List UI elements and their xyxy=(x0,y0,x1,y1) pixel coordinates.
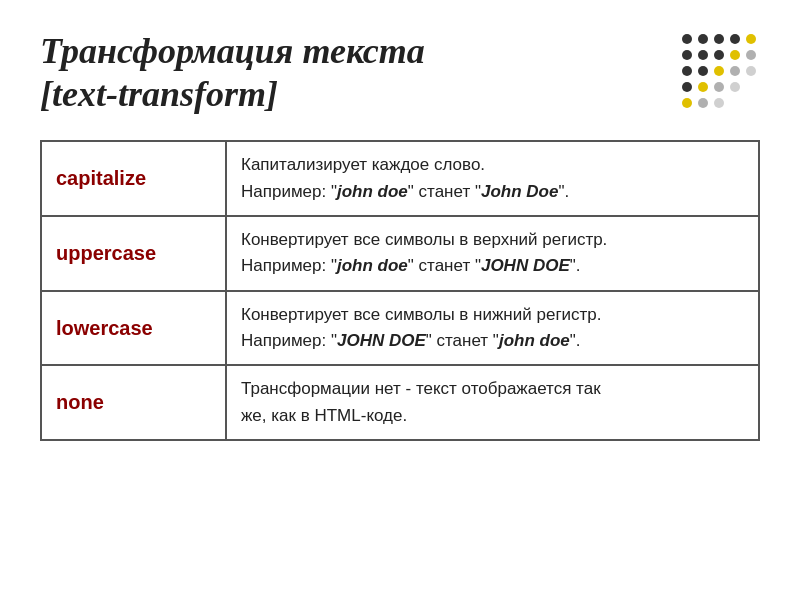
decorative-dot xyxy=(698,66,708,76)
desc-lowercase: Конвертирует все символы в нижний регист… xyxy=(226,291,759,366)
decorative-dot xyxy=(746,82,756,92)
decorative-dot xyxy=(682,98,692,108)
decorative-dot xyxy=(682,82,692,92)
desc-capitalize: Капитализирует каждое слово. Например: "… xyxy=(226,141,759,216)
decorative-dot xyxy=(714,82,724,92)
table-row: capitalize Капитализирует каждое слово. … xyxy=(41,141,759,216)
text-transform-table: capitalize Капитализирует каждое слово. … xyxy=(40,140,760,441)
decorative-dot xyxy=(698,50,708,60)
decorative-dot xyxy=(746,34,756,44)
decorative-dot xyxy=(746,50,756,60)
page-title: Трансформация текста [text-transform] xyxy=(40,30,425,116)
decorative-dot xyxy=(714,34,724,44)
keyword-uppercase: uppercase xyxy=(41,216,226,291)
decorative-dot xyxy=(730,50,740,60)
desc-uppercase: Конвертирует все символы в верхний регис… xyxy=(226,216,759,291)
page-header: Трансформация текста [text-transform] xyxy=(40,30,760,116)
keyword-lowercase: lowercase xyxy=(41,291,226,366)
decorative-dot xyxy=(714,98,724,108)
decorative-dot xyxy=(730,98,740,108)
decorative-dot xyxy=(746,66,756,76)
table-row: lowercase Конвертирует все символы в ниж… xyxy=(41,291,759,366)
keyword-capitalize: capitalize xyxy=(41,141,226,216)
decorative-dot xyxy=(714,50,724,60)
table-row: uppercase Конвертирует все символы в вер… xyxy=(41,216,759,291)
decorative-dot xyxy=(682,66,692,76)
decorative-dot xyxy=(682,50,692,60)
desc-none: Трансформации нет - текст отображается т… xyxy=(226,365,759,440)
decorative-dot xyxy=(698,82,708,92)
decorative-dot xyxy=(682,34,692,44)
table-row: none Трансформации нет - текст отображае… xyxy=(41,365,759,440)
decorative-dot xyxy=(714,66,724,76)
decorative-dot xyxy=(698,34,708,44)
keyword-none: none xyxy=(41,365,226,440)
decorative-dot xyxy=(698,98,708,108)
decorative-dot xyxy=(730,66,740,76)
decorative-dot xyxy=(730,82,740,92)
decorative-dot xyxy=(730,34,740,44)
decorative-dot xyxy=(746,98,756,108)
decorative-dot-grid xyxy=(682,34,760,112)
